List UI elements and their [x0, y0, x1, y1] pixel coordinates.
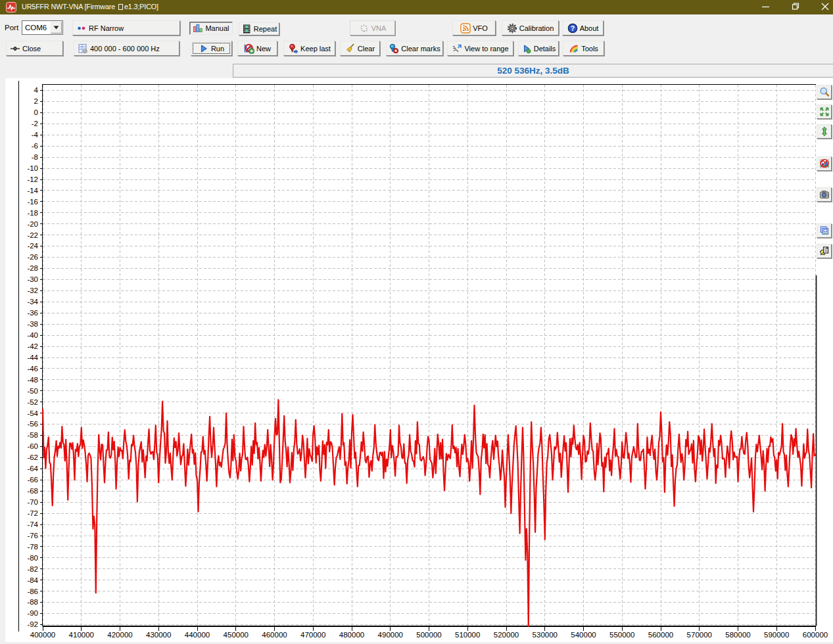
- svg-text:400000: 400000: [30, 631, 55, 639]
- svg-text:470000: 470000: [300, 631, 325, 639]
- svg-text:420000: 420000: [107, 631, 132, 639]
- svg-text:-74: -74: [27, 520, 38, 528]
- svg-text:-84: -84: [27, 576, 38, 584]
- svg-text:?: ?: [570, 24, 574, 32]
- svg-text:600000: 600000: [803, 631, 828, 639]
- svg-text:490000: 490000: [378, 631, 403, 639]
- svg-text:-86: -86: [27, 587, 38, 595]
- svg-text:-78: -78: [27, 543, 38, 551]
- svg-text:-8: -8: [32, 153, 38, 161]
- svg-text:-12: -12: [27, 175, 38, 183]
- svg-text:460000: 460000: [262, 631, 287, 639]
- svg-text:-56: -56: [27, 420, 38, 428]
- svg-text:510000: 510000: [455, 631, 480, 639]
- svg-text:530000: 530000: [533, 631, 558, 639]
- svg-text:-80: -80: [27, 554, 38, 562]
- svg-text:-24: -24: [27, 242, 38, 250]
- svg-text:500000: 500000: [416, 631, 441, 639]
- svg-text:-60: -60: [27, 442, 38, 450]
- svg-text:590000: 590000: [764, 631, 789, 639]
- svg-text:480000: 480000: [339, 631, 364, 639]
- svg-text:-82: -82: [27, 565, 38, 573]
- svg-text:-4: -4: [32, 131, 39, 139]
- svg-text:2: 2: [34, 97, 38, 105]
- svg-text:-22: -22: [27, 231, 38, 239]
- svg-text:550000: 550000: [609, 631, 634, 639]
- svg-text:-34: -34: [27, 298, 38, 306]
- svg-text:-28: -28: [27, 264, 38, 272]
- svg-text:-32: -32: [27, 287, 38, 294]
- svg-text:-54: -54: [27, 409, 38, 417]
- svg-text:-26: -26: [27, 253, 38, 261]
- svg-text:440000: 440000: [185, 631, 210, 639]
- svg-text:-46: -46: [27, 365, 38, 373]
- svg-text:4: 4: [34, 86, 39, 94]
- svg-text:-68: -68: [27, 487, 38, 495]
- svg-text:-50: -50: [27, 387, 38, 395]
- svg-text:430000: 430000: [146, 631, 171, 639]
- svg-text:-10: -10: [27, 164, 38, 172]
- svg-text:570000: 570000: [687, 631, 712, 639]
- svg-text:-30: -30: [27, 275, 38, 283]
- svg-text:-38: -38: [27, 320, 38, 328]
- svg-text:560000: 560000: [648, 631, 673, 639]
- svg-text:-70: -70: [27, 498, 38, 506]
- svg-text:-16: -16: [27, 198, 38, 206]
- svg-text:580000: 580000: [725, 631, 750, 639]
- svg-text:450000: 450000: [224, 631, 249, 639]
- svg-text:-44: -44: [27, 354, 38, 361]
- svg-text:-62: -62: [27, 453, 38, 461]
- svg-text:-42: -42: [27, 342, 38, 350]
- svg-text:-6: -6: [32, 142, 38, 150]
- svg-text:-14: -14: [27, 187, 38, 195]
- svg-text:540000: 540000: [571, 631, 596, 639]
- svg-text:-48: -48: [27, 376, 38, 384]
- svg-text:410000: 410000: [69, 631, 94, 639]
- svg-text:-88: -88: [27, 598, 38, 606]
- svg-text:-52: -52: [27, 398, 38, 406]
- svg-text:-72: -72: [27, 509, 38, 517]
- svg-text:0: 0: [34, 108, 38, 116]
- svg-text:-76: -76: [27, 532, 38, 540]
- svg-text:520000: 520000: [494, 631, 519, 639]
- svg-text:-20: -20: [27, 220, 38, 228]
- svg-text:-2: -2: [32, 120, 38, 127]
- svg-text:-58: -58: [27, 431, 38, 439]
- svg-text:-18: -18: [27, 209, 38, 217]
- svg-text:-92: -92: [27, 620, 38, 628]
- svg-text:-90: -90: [27, 609, 38, 617]
- svg-text:-40: -40: [27, 331, 38, 339]
- svg-text:-36: -36: [27, 309, 38, 317]
- svg-text:-66: -66: [27, 476, 38, 484]
- svg-text:-64: -64: [27, 465, 38, 472]
